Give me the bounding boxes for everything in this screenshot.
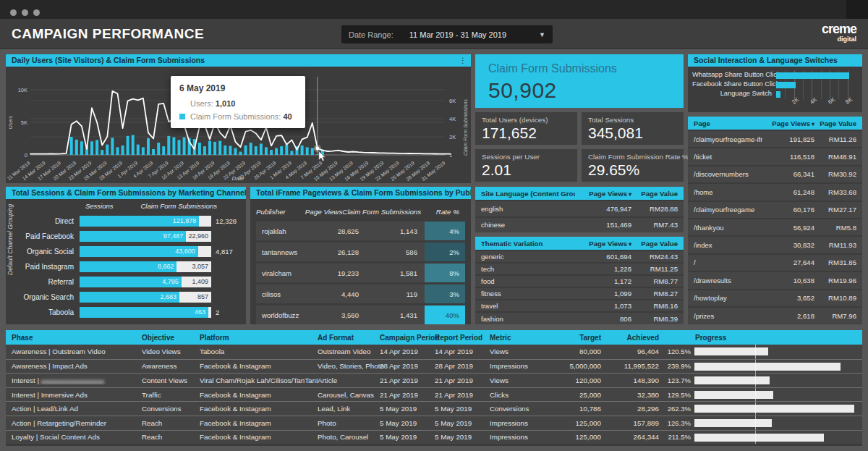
progress-percent: 262.3% [659, 405, 691, 413]
table-row: /ticket116,518RM48.91 [688, 148, 862, 164]
publisher-table-panel: Total iFrame Pageviews & Claim Form Subm… [250, 187, 471, 324]
page-title: CAMPAIGN PERFORMANCE [12, 19, 204, 49]
kpi-submission-rate: Claim Form Submission Rate % 29.65% [582, 149, 684, 182]
window-dot-icon[interactable] [10, 9, 17, 16]
social-category-label: Facebook Share Button Click [692, 80, 772, 89]
channel-bar: 463 [80, 307, 211, 318]
submissions-segment: 3,057 [176, 261, 211, 272]
column-header: Progress [695, 334, 726, 342]
kpi-total-users: Total Users (devices) 171,652 [475, 112, 577, 145]
sessions-segment: 463 [80, 307, 208, 318]
pages-table-body: /claimyourfreegame-iframe191,825RM11.26/… [688, 131, 862, 324]
table-row: /discovernumbers66,341RM30.92 [688, 167, 862, 182]
table-row: generic601,694RM24.43 [475, 251, 684, 262]
channel-row: Referral4,7951,409 [16, 274, 242, 290]
tooltip-users-row: Users: 1,010 [179, 99, 297, 108]
social-category-label: Whatsapp Share Button Click [692, 70, 772, 80]
axis-tick-label: 4K [809, 96, 818, 106]
channel-bars: Direct121,87812,328Paid Facebook97,48722… [16, 214, 242, 320]
progress-track [694, 416, 859, 430]
column-header: Ad Format [318, 334, 380, 342]
rate-heat-cell: 4% [425, 222, 465, 240]
column-header-page-views[interactable]: Page Views▾ [762, 119, 814, 127]
marketing-channel-panel: Total Sessions & Claim Form Submissions … [6, 187, 246, 324]
thematic-table-body: generic601,694RM24.43tech1,226RM11.25foo… [475, 251, 684, 324]
progress-bar [694, 419, 772, 427]
campaign-table-header[interactable]: PhaseObjectivePlatformAd FormatCampaign … [6, 330, 862, 345]
app-header: CAMPAIGN PERFORMANCE Date Range: 11 Mar … [0, 19, 868, 49]
target-reference-line [755, 345, 756, 359]
column-header: Metric [490, 334, 555, 342]
window-controls[interactable] [10, 6, 45, 19]
column-header-page[interactable]: Page [694, 119, 762, 127]
channel-row: Taboola4632 [16, 305, 242, 320]
column-header: Campaign Period [380, 334, 435, 342]
axis-tick-label: 8K [844, 96, 854, 106]
outside-value: 12,328 [211, 217, 237, 225]
axis-tick-label: 2K [791, 96, 800, 106]
campaign-row: Action | Retargeting/ReminderReachFacebo… [6, 416, 862, 430]
column-header-page-value[interactable]: Page Value [631, 240, 678, 248]
table-row: tech1,226RM11.25 [475, 264, 684, 274]
date-range-control[interactable]: Date Range: 11 Mar 2019 - 31 May 2019 ▼ [341, 25, 553, 43]
panel-title: Total iFrame Pageviews & Claim Form Subm… [250, 187, 471, 199]
progress-track [694, 431, 859, 444]
channel-series-labels: Sessions Claim Form Submissions [85, 202, 217, 214]
svg-text:5K: 5K [21, 119, 27, 126]
column-header-language[interactable]: Site Language (Content Group) [481, 190, 575, 198]
sessions-segment: 97,487 [80, 231, 186, 242]
channel-label: Direct [16, 217, 80, 225]
kebab-menu-icon[interactable]: ⋮ [459, 54, 467, 67]
progress-bar [694, 434, 824, 442]
column-header-page-value[interactable]: Page Value [814, 119, 856, 127]
social-bar-chart[interactable]: Whatsapp Share Button ClickFacebook Shar… [692, 70, 856, 112]
column-header: Phase [6, 334, 142, 342]
chevron-down-icon[interactable]: ▼ [539, 31, 545, 38]
language-table-body: english476,947RM28.88chinese151,469RM7.4… [475, 201, 684, 232]
campaign-row: Interest | ▅▅▅▅▅▅ ▅▅ ▅▅▅ ▅▅▅▅▅Content Vi… [6, 373, 862, 387]
svg-text:0: 0 [25, 152, 27, 159]
progress-bar [694, 376, 770, 384]
brand-logo-line2: digital [822, 36, 856, 43]
progress-track [694, 360, 859, 374]
panel-title: Daily Users (Site Visitors) & Claim Form… [6, 54, 471, 67]
chrome-end-block [846, 0, 868, 19]
redacted-text: ▅▅▅▅▅▅ ▅▅ ▅▅▅ ▅▅▅▅▅ [41, 378, 103, 384]
progress-track [694, 374, 859, 387]
rate-heat-cell: 3% [425, 284, 465, 303]
table-row: chinese151,469RM7.43 [475, 218, 684, 233]
campaign-row: Loyalty | Social Content AdsReachFaceboo… [6, 430, 862, 444]
column-header-page-views[interactable]: Page Views▾ [575, 240, 631, 248]
sessions-segment: 121,878 [80, 216, 199, 227]
publisher-table-body: rojaklah28,6251,1434%tantannews26,128586… [256, 222, 465, 324]
svg-text:2K: 2K [449, 134, 456, 140]
tooltip-cfs-row: Claim Form Submissions: 40 [179, 112, 297, 121]
dashboard-screen: CAMPAIGN PERFORMANCE Date Range: 11 Mar … [0, 0, 868, 451]
column-header: Platform [200, 334, 318, 342]
window-dot-icon[interactable] [33, 9, 40, 16]
progress-bar [694, 391, 773, 399]
column-header: Achieved [601, 334, 659, 342]
rate-heat-cell: 40% [425, 305, 465, 324]
table-row: /prizes2,618RM7.96 [688, 308, 862, 324]
channel-bar: 2,683857 [80, 292, 211, 303]
svg-text:10K: 10K [18, 87, 27, 93]
series-swatch-icon [179, 114, 185, 119]
channel-row: Organic Search2,683857 [16, 290, 242, 305]
svg-text:6K: 6K [449, 98, 456, 104]
table-row: food1,172RM8.77 [475, 276, 684, 287]
svg-text:Date: Date [232, 175, 244, 182]
channel-row: Direct121,87812,328 [16, 214, 242, 229]
kpi-sessions-per-user: Sessions per User 2.01 [475, 149, 577, 182]
column-header-page-value[interactable]: Page Value [631, 190, 678, 198]
window-dot-icon[interactable] [22, 9, 28, 16]
column-header: Objective [142, 334, 200, 342]
campaign-row: Action | Lead/Link AdConversionsFacebook… [6, 401, 862, 416]
column-header-page-views[interactable]: Page Views▾ [575, 190, 631, 198]
column-header-theme[interactable]: Thematic Variation [481, 240, 575, 248]
channel-row: Paid Instagram8,6623,057 [16, 259, 242, 274]
daily-users-chart-panel: Daily Users (Site Visitors) & Claim Form… [6, 54, 471, 183]
channel-label: Paid Facebook [16, 232, 80, 240]
table-row: /thankyou56,924RM5.8 [688, 219, 862, 235]
channel-chart-body[interactable]: Default Channel Grouping Sessions Claim … [6, 199, 246, 324]
